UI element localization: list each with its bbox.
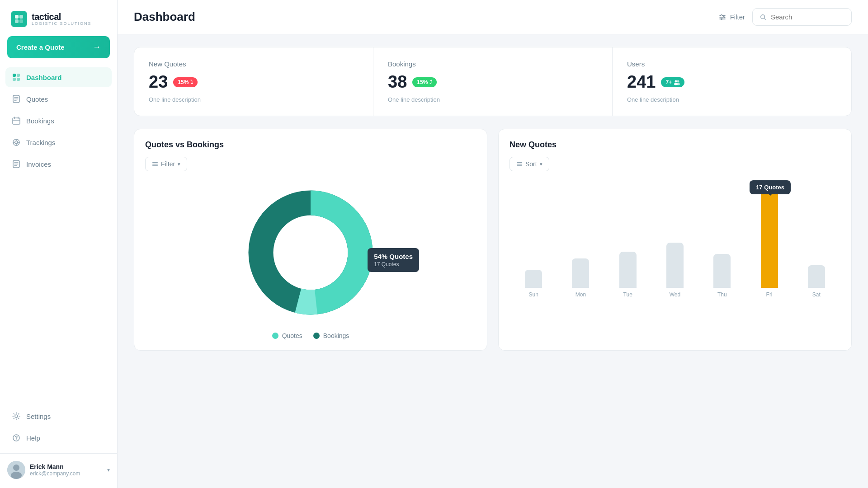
bar-col-sun: Sun <box>514 270 553 298</box>
logo-text: tactical LOGISTIC SOLUTIONS <box>32 12 92 26</box>
logo-area: tactical LOGISTIC SOLUTIONS <box>0 0 117 36</box>
user-profile[interactable]: Erick Mann erick@company.com ▾ <box>0 453 117 488</box>
svg-rect-7 <box>17 78 20 81</box>
sidebar-item-quotes[interactable]: Quotes <box>5 89 112 109</box>
svg-rect-52 <box>517 164 522 165</box>
stats-row: New Quotes 23 15% ⤵ One line description… <box>134 47 852 116</box>
dashboard-icon <box>12 73 21 82</box>
svg-rect-46 <box>152 165 158 166</box>
donut-tooltip-pct: 54% Quotes <box>374 253 413 260</box>
svg-rect-6 <box>13 78 16 81</box>
legend-dot-quotes <box>272 333 278 339</box>
legend-dot-bookings <box>313 333 320 339</box>
donut-filter-button[interactable]: Filter ▾ <box>145 157 187 171</box>
svg-point-43 <box>676 83 680 85</box>
stat-value-quotes: 23 <box>149 72 168 92</box>
donut-chart-container: 54% Quotes 17 Quotes <box>145 180 476 325</box>
svg-rect-5 <box>17 74 20 77</box>
sidebar-bottom: Settings Help <box>0 401 117 450</box>
stat-users: Users 241 7+ One line description <box>613 47 851 116</box>
chevron-icon: ▾ <box>178 161 180 167</box>
svg-point-35 <box>721 14 722 16</box>
search-icon <box>760 14 766 21</box>
bar-label-fri: Fri <box>766 291 773 298</box>
brand-name: tactical <box>32 12 92 22</box>
sort-icon <box>516 161 523 167</box>
svg-rect-44 <box>152 162 158 163</box>
stat-badge-quotes: 15% ⤵ <box>173 77 198 87</box>
sidebar-item-trackings[interactable]: Trackings <box>5 132 112 152</box>
bar-fri <box>761 188 778 288</box>
sidebar: tactical LOGISTIC SOLUTIONS Create a Quo… <box>0 0 118 488</box>
stat-value-row-users: 241 7+ <box>627 72 837 92</box>
quotes-vs-bookings-card: Quotes vs Bookings Filter ▾ <box>134 129 487 351</box>
trend-down-icon: ⤵ <box>190 79 193 85</box>
svg-rect-0 <box>15 15 19 19</box>
svg-point-31 <box>11 472 22 479</box>
bar-label-wed: Wed <box>670 291 680 298</box>
new-quotes-card: New Quotes Sort ▾ 17 Quotes <box>498 129 852 351</box>
sidebar-item-bookings[interactable]: Bookings <box>5 111 112 131</box>
settings-label: Settings <box>26 413 51 420</box>
topbar-right: Filter <box>718 8 852 26</box>
bar-col-mon: Mon <box>561 258 600 298</box>
bar-label-sun: Sun <box>528 291 538 298</box>
avatar <box>7 461 25 479</box>
quotes-icon <box>12 94 21 103</box>
filter-button[interactable]: Filter <box>718 13 745 21</box>
sort-chevron-icon: ▾ <box>540 161 542 167</box>
svg-rect-45 <box>152 164 158 165</box>
sidebar-item-settings[interactable]: Settings <box>5 406 112 426</box>
svg-rect-12 <box>13 118 20 124</box>
create-quote-button[interactable]: Create a Quote → <box>7 36 110 58</box>
filter-label: Filter <box>730 13 745 21</box>
bar-label-sat: Sat <box>812 291 821 298</box>
donut-tooltip: 54% Quotes 17 Quotes <box>368 248 419 272</box>
help-icon <box>12 433 21 442</box>
donut-filter-row: Filter ▾ <box>145 157 476 171</box>
svg-point-41 <box>677 80 679 82</box>
search-box[interactable] <box>752 8 852 26</box>
quotes-label: Quotes <box>26 95 48 103</box>
svg-point-30 <box>13 465 19 471</box>
svg-point-17 <box>15 141 18 144</box>
svg-rect-2 <box>15 19 19 23</box>
bar-col-thu: Thu <box>703 254 741 298</box>
trackings-icon <box>12 138 21 147</box>
trend-up-icon: ⤴ <box>429 79 432 85</box>
stat-desc-users: One line description <box>627 96 837 103</box>
invoices-label: Invoices <box>26 160 51 168</box>
stat-value-bookings: 38 <box>388 72 407 92</box>
bar-chart-title: New Quotes <box>509 140 840 150</box>
svg-line-39 <box>764 18 766 19</box>
filter-chip-icon <box>152 161 158 167</box>
main-content: Dashboard Filter <box>118 0 868 488</box>
sidebar-item-invoices[interactable]: Invoices <box>5 154 112 174</box>
user-name: Erick Mann <box>30 463 107 470</box>
brand-sub: LOGISTIC SOLUTIONS <box>32 22 92 26</box>
bar-label-thu: Thu <box>717 291 727 298</box>
bar-sun <box>525 270 542 288</box>
topbar: Dashboard Filter <box>118 0 868 34</box>
bar-sat <box>808 265 825 288</box>
nav-section: Dashboard Quotes Bookings <box>0 67 117 401</box>
stat-badge-bookings: 15% ⤴ <box>412 77 437 87</box>
stat-label-bookings: Bookings <box>388 60 598 68</box>
bar-chart-area: 17 Quotes Sun Mon Tue <box>509 180 840 298</box>
stat-value-row-bookings: 38 15% ⤴ <box>388 72 598 92</box>
sort-button[interactable]: Sort ▾ <box>509 157 549 171</box>
svg-point-36 <box>723 16 724 18</box>
user-info: Erick Mann erick@company.com <box>30 463 107 477</box>
sidebar-item-dashboard[interactable]: Dashboard <box>5 67 112 87</box>
svg-point-26 <box>15 415 18 418</box>
stat-desc-bookings: One line description <box>388 96 598 103</box>
bar-tue <box>619 252 637 288</box>
stat-label-users: Users <box>627 60 837 68</box>
stat-badge-users: 7+ <box>661 77 684 87</box>
charts-row: Quotes vs Bookings Filter ▾ <box>134 129 852 351</box>
stat-bookings: Bookings 38 15% ⤴ One line description <box>373 47 613 116</box>
donut-tooltip-sub: 17 Quotes <box>374 261 413 267</box>
stat-new-quotes: New Quotes 23 15% ⤵ One line description <box>134 47 373 116</box>
sidebar-item-help[interactable]: Help <box>5 428 112 448</box>
search-input[interactable] <box>771 13 844 21</box>
